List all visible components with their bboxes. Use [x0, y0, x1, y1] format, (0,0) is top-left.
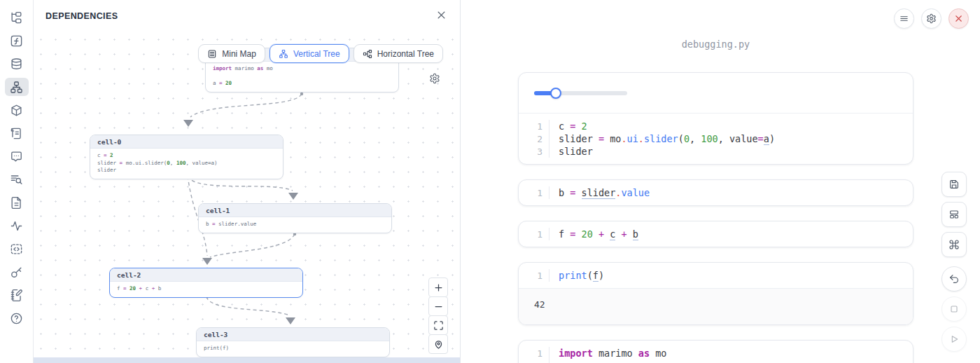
close-icon: [953, 13, 964, 24]
text-search-icon: [10, 173, 23, 186]
stop-icon: [948, 303, 960, 315]
sidebar-item-ai-chat[interactable]: [5, 147, 29, 165]
graph-node-code: f = 20 + c + b: [110, 282, 302, 297]
menu-icon: [899, 13, 909, 24]
sidebar-item-tracing[interactable]: [5, 217, 29, 235]
line-number: 1: [519, 120, 550, 132]
file-text-icon: [10, 196, 23, 210]
command-icon: [948, 239, 960, 250]
sidebar-item-packages[interactable]: [5, 101, 29, 119]
notebook-cell-f-cell: 1f = 20 + c + b: [518, 221, 913, 247]
sidebar-item-file-explorer[interactable]: [5, 8, 29, 27]
cell-editor[interactable]: 1import marimo as mo2: [519, 341, 913, 363]
code-line[interactable]: 3slider: [519, 145, 913, 158]
notebook-pen-icon: [10, 289, 23, 302]
cell-editor[interactable]: 1print(f): [519, 263, 913, 288]
layout-icon: [948, 209, 960, 220]
line-number: 1: [519, 269, 550, 282]
dependency-graph-icon: [10, 81, 23, 94]
sidebar-item-secrets[interactable]: [5, 263, 29, 281]
dependencies-panel: DEPENDENCIES: [34, 0, 461, 363]
view-button-label: Horizontal Tree: [377, 49, 434, 59]
close-panel-button[interactable]: [435, 8, 448, 24]
cell-output-widget: [519, 73, 913, 114]
function-square-icon: [10, 34, 23, 48]
code-line[interactable]: 2slider = mo.ui.slider(0, 100, value=a): [519, 132, 913, 145]
horizontal-scrollbar[interactable]: [34, 357, 460, 363]
settings-button[interactable]: [921, 8, 941, 29]
scroll-text-icon: [10, 127, 23, 140]
slider-widget[interactable]: [534, 88, 627, 99]
chat-icon: [10, 150, 23, 163]
code-line[interactable]: 1c = 2: [519, 120, 913, 132]
sidebar-item-variables[interactable]: [5, 32, 29, 50]
zoom-out-button[interactable]: [428, 296, 448, 316]
sidebar-item-search[interactable]: [5, 170, 29, 189]
cell-editor[interactable]: 1b = slider.value: [519, 180, 913, 205]
panel-title: DEPENDENCIES: [46, 11, 118, 21]
graph-node-cell-0[interactable]: cell-0c = 2slider = mo.ui.slider(0, 100,…: [90, 135, 284, 179]
code-line[interactable]: 1print(f): [519, 269, 913, 282]
graph-node-title: cell-3: [197, 328, 389, 341]
sidebar-item-scratchpad[interactable]: [5, 286, 29, 304]
sidebar-item-dependencies[interactable]: [5, 78, 29, 96]
notebook-cell-print-cell: 1print(f)42: [518, 262, 913, 325]
dependency-graph-canvas[interactable]: Mini MapVertical TreeHorizontal Tree cel…: [34, 32, 460, 357]
graph-node-code: import marimo as mo a = 20: [206, 62, 398, 92]
shutdown-button[interactable]: [948, 8, 969, 29]
fit-view-button[interactable]: [428, 315, 448, 335]
code-line[interactable]: 1b = slider.value: [519, 186, 913, 199]
notebook-area: debugging.py 1c = 22slider = mo.ui.slide…: [461, 0, 980, 363]
graph-node-code: b = slider.value: [199, 217, 391, 233]
sidebar-item-documentation[interactable]: [5, 193, 29, 212]
gear-icon: [926, 13, 937, 24]
sidebar-item-help[interactable]: [5, 309, 29, 327]
notebook-cell-slider-cell: 1c = 22slider = mo.ui.slider(0, 100, val…: [518, 72, 913, 165]
save-icon: [948, 179, 960, 190]
undo-button[interactable]: [941, 266, 967, 292]
notebook-side-buttons: [941, 172, 967, 352]
view-button-label: Vertical Tree: [293, 49, 340, 59]
graph-node-title: cell-1: [199, 204, 391, 217]
center-node-button[interactable]: [428, 334, 448, 354]
view-button-vertical-tree[interactable]: Vertical Tree: [270, 44, 349, 63]
line-number: 2: [519, 359, 550, 363]
cell-editor[interactable]: 1f = 20 + c + b: [519, 221, 913, 247]
minus-icon: [433, 301, 444, 312]
notebook-menu-button[interactable]: [894, 8, 914, 29]
notebook-cells: 1c = 22slider = mo.ui.slider(0, 100, val…: [518, 72, 913, 363]
view-button-mini-map[interactable]: Mini Map: [198, 44, 265, 63]
notebook-cell-b-cell: 1b = slider.value: [518, 179, 913, 206]
graph-view-toolbar: Mini MapVertical TreeHorizontal Tree: [198, 44, 443, 63]
graph-node-title: cell-0: [90, 135, 283, 149]
key-icon: [10, 266, 23, 279]
database-icon: [10, 57, 23, 71]
graph-node-cell-2[interactable]: cell-2f = 20 + c + b: [109, 268, 303, 298]
activity-rail: [0, 0, 34, 363]
slider-thumb[interactable]: [550, 88, 561, 99]
graph-node-code: print(f): [197, 341, 389, 357]
graph-settings-button[interactable]: [428, 71, 442, 88]
graph-node-code: c = 2slider = mo.ui.slider(0, 100, value…: [90, 149, 283, 179]
sidebar-item-data-sources[interactable]: [5, 55, 29, 73]
layout-toggle-button[interactable]: [941, 202, 967, 227]
keyboard-shortcuts-button[interactable]: [941, 232, 967, 257]
file-tree-icon: [10, 11, 23, 25]
code-line[interactable]: 1f = 20 + c + b: [519, 228, 913, 240]
activity-icon: [10, 219, 23, 233]
notebook-cell-import-cell: 1import marimo as mo2: [518, 340, 913, 363]
graph-node-title: cell-2: [110, 268, 302, 282]
sidebar-item-snippets[interactable]: [5, 240, 29, 258]
graph-node-cell-1[interactable]: cell-1b = slider.value: [198, 203, 392, 233]
sidebar-item-outline[interactable]: [5, 124, 29, 142]
view-button-horizontal-tree[interactable]: Horizontal Tree: [354, 44, 443, 63]
line-number: 3: [519, 145, 550, 158]
pin-icon: [433, 339, 444, 350]
zoom-in-button[interactable]: [428, 278, 448, 297]
code-line[interactable]: 2: [519, 359, 913, 363]
code-line[interactable]: 1import marimo as mo: [519, 347, 913, 359]
save-button[interactable]: [941, 172, 967, 197]
cell-output: 42: [519, 288, 913, 324]
cell-editor[interactable]: 1c = 22slider = mo.ui.slider(0, 100, val…: [519, 114, 913, 164]
graph-node-cell-3[interactable]: cell-3print(f): [196, 327, 390, 357]
